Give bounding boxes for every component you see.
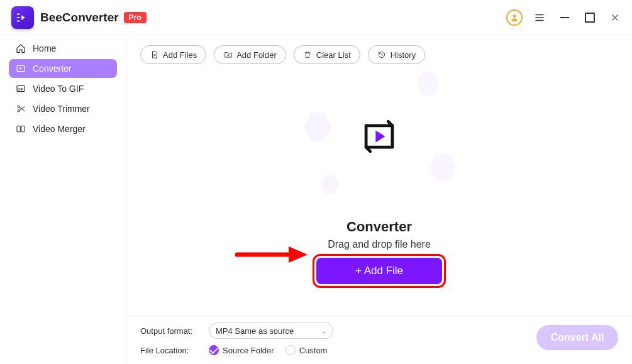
button-label: History: [391, 50, 416, 60]
trash-icon: [303, 50, 313, 60]
svg-point-0: [513, 14, 516, 18]
sidebar-item-label: Home: [33, 43, 56, 53]
menu-icon[interactable]: [531, 9, 548, 26]
converter-icon: [15, 63, 26, 74]
select-value: MP4 Same as source: [216, 326, 294, 336]
app-logo: [11, 6, 34, 29]
radio-dot-icon: [209, 345, 219, 355]
converter-illustration: [297, 70, 461, 209]
sidebar-item-converter[interactable]: Converter: [9, 59, 117, 78]
merge-icon: [15, 123, 26, 135]
toolbar: Add Files Add Folder Clear List History: [126, 35, 632, 64]
sidebar-item-home[interactable]: Home: [9, 39, 117, 58]
sidebar-item-label: Video Merger: [33, 124, 86, 134]
app-title: BeeConverter: [40, 11, 119, 25]
folder-plus-icon: [223, 50, 233, 60]
account-icon[interactable]: [506, 9, 523, 26]
add-files-button[interactable]: Add Files: [140, 45, 206, 64]
button-label: Add Files: [163, 50, 197, 60]
radio-custom[interactable]: Custom: [286, 345, 328, 355]
history-button[interactable]: History: [368, 45, 425, 64]
window-close-icon[interactable]: [607, 9, 623, 26]
scissors-icon: [15, 103, 26, 114]
convert-arrows-icon: [335, 86, 423, 187]
svg-text:GIF: GIF: [18, 88, 23, 91]
title-bar: BeeConverter Pro: [0, 0, 632, 35]
gif-icon: GIF: [15, 83, 26, 94]
convert-all-button[interactable]: Convert All: [536, 325, 618, 350]
file-location-radio-group: Source Folder Custom: [209, 345, 327, 355]
sidebar-item-video-to-gif[interactable]: GIF Video To GIF: [9, 79, 117, 98]
sidebar: Home Converter GIF Video To GIF Video Tr…: [0, 35, 126, 364]
history-icon: [377, 50, 387, 60]
output-format-label: Output format:: [140, 326, 200, 336]
radio-source-folder[interactable]: Source Folder: [209, 345, 274, 355]
chevron-down-icon: ⌄: [321, 328, 326, 334]
drop-zone[interactable]: Converter Drag and drop file here + Add …: [126, 64, 632, 316]
file-location-label: File Location:: [140, 346, 200, 355]
clear-list-button[interactable]: Clear List: [294, 45, 360, 64]
sidebar-item-label: Converter: [33, 63, 71, 74]
file-plus-icon: [150, 50, 159, 60]
pro-badge: Pro: [124, 12, 147, 23]
radio-label: Custom: [299, 346, 328, 355]
sidebar-item-video-trimmer[interactable]: Video Trimmer: [9, 99, 117, 118]
button-label: Clear List: [316, 50, 351, 60]
home-icon: [15, 43, 26, 54]
output-format-select[interactable]: MP4 Same as source ⌄: [209, 323, 333, 339]
add-file-button[interactable]: + Add File: [316, 258, 442, 284]
sidebar-item-label: Video To GIF: [33, 84, 84, 94]
svg-rect-7: [21, 126, 25, 131]
radio-dot-icon: [286, 345, 296, 355]
footer: Output format: MP4 Same as source ⌄ File…: [126, 316, 632, 364]
add-folder-button[interactable]: Add Folder: [214, 45, 286, 64]
drop-zone-title: Converter: [346, 219, 412, 235]
drop-zone-subtitle: Drag and drop file here: [328, 239, 431, 250]
radio-label: Source Folder: [223, 346, 274, 355]
button-label: Add Folder: [236, 50, 277, 60]
window-maximize-icon[interactable]: [582, 9, 598, 26]
svg-rect-6: [17, 126, 20, 131]
window-minimize-icon[interactable]: [557, 9, 573, 26]
main-panel: Add Files Add Folder Clear List History: [126, 35, 632, 364]
sidebar-item-video-merger[interactable]: Video Merger: [9, 119, 117, 138]
sidebar-item-label: Video Trimmer: [33, 104, 90, 114]
